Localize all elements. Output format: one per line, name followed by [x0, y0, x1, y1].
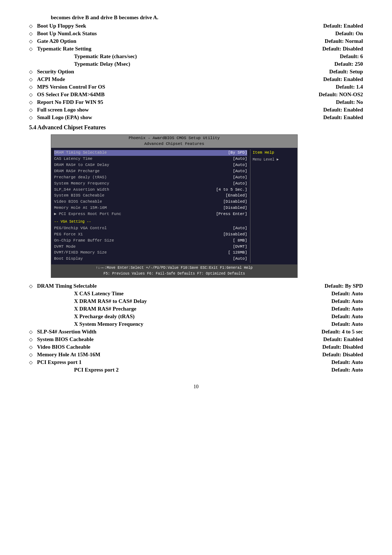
diamond-icon: ◇	[29, 46, 33, 52]
bios-title: Phoenix - AwardBIOS CMOS Setup Utility A…	[51, 135, 297, 148]
item-row: ◇Boot Up Floppy SeekDefault: Enabled	[29, 23, 363, 29]
item-row: X DRAM RAS# PrechargeDefault: Auto	[29, 306, 363, 312]
top-items-list: ◇Boot Up Floppy SeekDefault: Enabled◇Boo…	[29, 23, 363, 121]
item-row: ◇System BIOS CacheableDefault: Enabled	[29, 336, 363, 343]
item-default: Default: Enabled	[323, 336, 363, 343]
bios-row: On-Chip Frame Buffer Size[ 8MB]	[54, 238, 247, 244]
bios-row: Memory Hole At 15M-16M[Disabled]	[54, 205, 247, 211]
bios-row: PEG/Onchip VGA Control[Auto]	[54, 226, 247, 231]
item-row: Typematic Delay (Msec)Default: 250	[29, 61, 363, 67]
item-label: System BIOS Cacheable	[37, 336, 94, 343]
item-row: PCI Express port 2Default: Auto	[29, 367, 363, 373]
diamond-icon: ◇	[29, 344, 33, 350]
item-default: Default: 1.4	[336, 84, 363, 90]
item-row: ◇DRAM Timing SelectableDefault: By SPD	[29, 283, 363, 289]
bios-row: Boot Display[Auto]	[54, 256, 247, 262]
section-heading: 5.4 Advanced Chipset Features	[29, 124, 363, 131]
item-label: Memory Hole At 15M-16M	[37, 352, 101, 358]
item-default: Default: Disabled	[322, 344, 363, 350]
item-label: Full screen Logo show	[37, 107, 89, 113]
item-row: X DRAM RAS# to CAS# DelayDefault: Auto	[29, 298, 363, 304]
item-label: SLP-S4# Assertion Width	[37, 329, 97, 335]
item-label: PCI Express port 2	[74, 367, 119, 373]
item-label: PCI Express port 1	[37, 359, 82, 365]
bios-row: System Memory Frequency[Auto]	[54, 181, 247, 187]
item-row: ◇Small Logo (EPA) showDefault: Enabled	[29, 114, 363, 121]
item-row: ◇Report No FDD For WIN 95Default: No	[29, 99, 363, 105]
diamond-icon: ◇	[29, 31, 33, 37]
item-default: Default: Auto	[331, 291, 363, 297]
item-label: X System Memory Frequency	[74, 321, 143, 327]
item-label: Report No FDD For WIN 95	[37, 99, 103, 105]
diamond-icon: ◇	[29, 100, 33, 105]
bios-row: DVMT Mode[DVMT]	[54, 244, 247, 250]
item-label: OS Select For DRAM>64MB	[37, 92, 105, 98]
item-default: Default: Enabled	[323, 107, 363, 113]
item-label: Typematic Rate Setting	[37, 46, 91, 52]
item-label: Boot Up NumLock Status	[37, 31, 97, 37]
item-row: ◇OS Select For DRAM>64MBDefault: NON-OS2	[29, 92, 363, 98]
bios-row: ▶ PCI Express Root Port Func[Press Enter…	[54, 211, 247, 217]
bios-main-panel: DRAM Timing Selectable[By SPD]CAS Latenc…	[51, 149, 250, 263]
item-label: Security Option	[37, 69, 74, 75]
item-label: Gate A20 Option	[37, 38, 76, 44]
item-row: X Precharge dealy (tRAS)Default: Auto	[29, 313, 363, 320]
diamond-icon: ◇	[29, 360, 33, 365]
item-row: ◇SLP-S4# Assertion WidthDefault: 4 to 5 …	[29, 329, 363, 335]
diamond-icon: ◇	[29, 352, 33, 358]
bios-row: DVMT/FIXED Memory Size[ 128MB]	[54, 250, 247, 256]
item-default: Default: Auto	[331, 359, 363, 365]
item-label: X CAS Latency Time	[74, 291, 124, 297]
diamond-icon: ◇	[29, 337, 33, 343]
diamond-icon: ◇	[29, 329, 33, 335]
item-default: Default: NON-OS2	[319, 92, 363, 98]
bios-help-panel: Item Help Menu Level ►	[250, 149, 297, 263]
item-label: X DRAM RAS# to CAS# Delay	[74, 298, 147, 304]
item-row: ◇Full screen Logo showDefault: Enabled	[29, 107, 363, 113]
item-default: Default: 4 to 5 sec	[322, 329, 363, 335]
item-default: Default: Auto	[331, 298, 363, 304]
item-default: Default: Enabled	[323, 23, 363, 29]
item-default: Default: Normal	[325, 38, 363, 44]
item-label: X DRAM RAS# Precharge	[74, 306, 136, 312]
item-label: Video BIOS Cacheable	[37, 344, 90, 350]
bios-row: PEG Force X1[Disabled]	[54, 232, 247, 238]
diamond-icon: ◇	[29, 39, 33, 44]
bios-row: DRAM RAS# to CAS# Delay[Auto]	[54, 162, 247, 168]
item-label: MPS Version Control For OS	[37, 84, 105, 90]
item-label: Boot Up Floppy Seek	[37, 23, 86, 29]
item-default: Default: Auto	[331, 321, 363, 327]
diamond-icon: ◇	[29, 92, 33, 98]
item-label: DRAM Timing Selectable	[37, 283, 97, 289]
bottom-items-list: ◇DRAM Timing SelectableDefault: By SPDX …	[29, 283, 363, 373]
item-default: Default: Disabled	[322, 46, 363, 52]
item-default: Default: Auto	[331, 313, 363, 320]
item-row: ◇Gate A20 OptionDefault: Normal	[29, 38, 363, 44]
diamond-icon: ◇	[29, 84, 33, 90]
intro-text: becomes drive B and drive B becomes driv…	[51, 15, 363, 21]
item-row: ◇Boot Up NumLock StatusDefault: On	[29, 31, 363, 37]
bios-row: System BIOS Cacheable[Enabled]	[54, 193, 247, 199]
item-row: ◇Video BIOS CacheableDefault: Disabled	[29, 344, 363, 350]
item-row: Typematic Rate (chars/sec)Default: 6	[29, 53, 363, 60]
bios-row: CAS Latency Time[Auto]	[54, 156, 247, 162]
diamond-icon: ◇	[29, 77, 33, 82]
diamond-icon: ◇	[29, 283, 33, 289]
item-row: ◇Typematic Rate SettingDefault: Disabled	[29, 46, 363, 52]
diamond-icon: ◇	[29, 69, 33, 75]
bios-row: SLP_S4# Assertion Width[4 to 5 Sec.]	[54, 187, 247, 193]
bios-row: DRAM RAS# Precharge[Auto]	[54, 169, 247, 174]
item-row: ◇Memory Hole At 15M-16MDefault: Disabled	[29, 352, 363, 358]
item-label: Small Logo (EPA) show	[37, 114, 92, 121]
item-label: Typematic Delay (Msec)	[74, 61, 130, 67]
page-number: 10	[29, 384, 363, 390]
item-default: Default: Auto	[331, 306, 363, 312]
item-default: Default: No	[336, 99, 363, 105]
item-row: X System Memory FrequencyDefault: Auto	[29, 321, 363, 327]
item-row: ◇PCI Express port 1Default: Auto	[29, 359, 363, 365]
diamond-icon: ◇	[29, 115, 33, 121]
bios-row: Video BIOS Cacheable[Disabled]	[54, 199, 247, 205]
item-default: Default: Disabled	[322, 352, 363, 358]
item-default: Default: 6	[340, 53, 363, 60]
item-row: ◇Security OptionDefault: Setup	[29, 69, 363, 75]
